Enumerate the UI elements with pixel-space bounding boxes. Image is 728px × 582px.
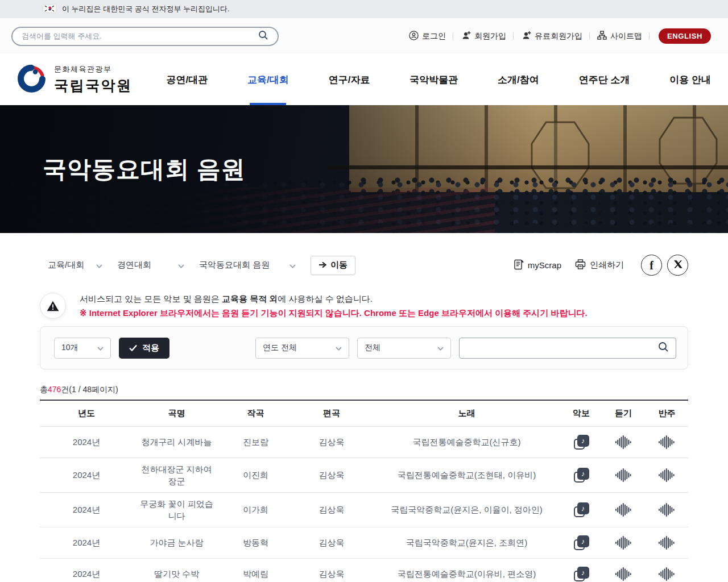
arrow-right-icon: [318, 260, 326, 270]
accompaniment-button[interactable]: [646, 458, 688, 492]
scrap-document-icon: [514, 259, 524, 272]
accompaniment-button[interactable]: [646, 426, 688, 458]
accompaniment-button[interactable]: [646, 492, 688, 527]
year-select[interactable]: 연도 전체: [255, 338, 349, 359]
col-composer: 작곡: [220, 400, 291, 426]
col-arranger: 편곡: [291, 400, 372, 426]
check-icon: [129, 343, 137, 353]
person-icon: [409, 31, 419, 42]
go-button[interactable]: 이동: [311, 256, 355, 275]
org-name: 국립국악원: [54, 76, 133, 95]
listen-button[interactable]: [601, 458, 646, 492]
accompaniment-button[interactable]: [646, 527, 688, 558]
x-twitter-button[interactable]: [667, 255, 688, 276]
chevron-down-icon: [96, 260, 102, 270]
english-button[interactable]: ENGLISH: [659, 28, 711, 44]
person-plus-icon: [521, 31, 531, 41]
logo-text: 문화체육관광부 국립국악원: [54, 64, 133, 95]
ministry-name: 문화체육관광부: [54, 64, 133, 74]
score-button[interactable]: ♪: [561, 458, 601, 492]
apply-button[interactable]: 적용: [119, 338, 169, 359]
nav-item-education[interactable]: 교육/대회: [247, 54, 289, 105]
breadcrumb-select-level3[interactable]: 국악동요대회 음원: [199, 260, 296, 271]
category-select[interactable]: 전체: [357, 338, 451, 359]
notice-text: 서비스되고 있는 모든 악보 및 음원은 교육용 목적 외에 사용하실 수 없습…: [80, 293, 588, 319]
breadcrumb-select-level2[interactable]: 경연대회: [117, 260, 184, 271]
table-row: 2024년 무궁화 꽃이 피었습니다 이가희 김상욱 국립국악중학교(윤지은, …: [40, 492, 688, 527]
site-search-input[interactable]: [22, 32, 258, 40]
col-title: 곡명: [133, 400, 220, 426]
accompaniment-button[interactable]: [646, 558, 688, 582]
waveform-icon: [659, 567, 675, 581]
score-button[interactable]: ♪: [561, 492, 601, 527]
score-button[interactable]: ♪: [561, 426, 601, 458]
score-button[interactable]: ♪: [561, 527, 601, 558]
hero-banner: 국악동요대회 음원: [0, 105, 728, 233]
notice-line1: 서비스되고 있는 모든 악보 및 음원은 교육용 목적 외에 사용하실 수 없습…: [80, 293, 588, 305]
nav-item-research[interactable]: 연구/자료: [329, 54, 370, 105]
nav-item-about[interactable]: 소개/참여: [498, 54, 539, 105]
nav-item-guide[interactable]: 이용 안내: [669, 54, 711, 105]
table-search[interactable]: [459, 338, 676, 359]
waveform-icon: [659, 435, 675, 449]
korea-flag-icon: [43, 4, 56, 15]
page-title: 국악동요대회 음원: [43, 153, 246, 185]
sheet-music-icon: ♪: [574, 502, 589, 517]
chevron-down-icon: [437, 343, 444, 352]
warning-icon: [40, 293, 66, 319]
login-link[interactable]: 로그인: [402, 31, 453, 42]
col-accompaniment: 반주: [646, 400, 688, 426]
sheet-music-icon: ♪: [574, 535, 589, 550]
nav-item-performance[interactable]: 공연/대관: [167, 54, 208, 105]
gov-banner-text: 이 누리집은 대한민국 공식 전자정부 누리집입니다.: [62, 4, 230, 14]
results-count: 총476건(1 / 48페이지): [40, 385, 688, 395]
sitemap-link[interactable]: 사이트맵: [590, 31, 650, 41]
nav-item-museum[interactable]: 국악박물관: [410, 54, 458, 105]
nav-item-orchestra[interactable]: 연주단 소개: [579, 54, 630, 105]
table-search-input[interactable]: [466, 343, 658, 352]
search-icon[interactable]: [258, 30, 268, 43]
waveform-icon: [659, 468, 675, 482]
listen-button[interactable]: [601, 527, 646, 558]
sheet-music-icon: ♪: [574, 435, 589, 450]
gov-banner: 이 누리집은 대한민국 공식 전자정부 누리집입니다.: [0, 0, 728, 18]
table-header-row: 년도 곡명 작곡 편곡 노래 악보 듣기 반주: [40, 400, 688, 426]
facebook-icon: f: [650, 260, 653, 271]
chevron-down-icon: [336, 343, 342, 352]
signup-link[interactable]: 회원가입: [453, 31, 514, 41]
listen-button[interactable]: [601, 492, 646, 527]
waveform-icon: [615, 468, 632, 482]
filter-bar: 10개 적용 연도 전체 전체: [40, 326, 688, 369]
waveform-icon: [659, 503, 675, 517]
utility-header: 로그인 회원가입 유료회원가입 사이트맵 ENGLISH: [0, 18, 728, 54]
printer-icon: [575, 259, 586, 271]
songs-table: 년도 곡명 작곡 편곡 노래 악보 듣기 반주 2024년 청개구리 시계바늘 …: [40, 400, 688, 582]
page: 이 누리집은 대한민국 공식 전자정부 누리집입니다. 로그인 회원가입 유료회…: [0, 0, 728, 582]
sitemap-icon: [597, 31, 607, 41]
print-button[interactable]: 인쇄하기: [575, 259, 624, 271]
page-size-select[interactable]: 10개: [54, 338, 111, 359]
waveform-icon: [615, 536, 632, 550]
myscrap-button[interactable]: myScrap: [514, 259, 561, 272]
waveform-icon: [615, 567, 632, 581]
site-logo[interactable]: 문화체육관광부 국립국악원: [17, 64, 133, 95]
paid-signup-link[interactable]: 유료회원가입: [514, 31, 590, 41]
score-button[interactable]: ♪: [561, 558, 601, 582]
waveform-icon: [615, 435, 632, 449]
facebook-button[interactable]: f: [641, 255, 662, 276]
waveform-icon: [615, 503, 632, 517]
listen-button[interactable]: [601, 558, 646, 582]
table-row: 2024년 천하대장군 지하여장군 이진희 김상욱 국립전통예술중학교(조현태,…: [40, 458, 688, 492]
breadcrumb-select-level1[interactable]: 교육/대회: [48, 260, 102, 271]
col-year: 년도: [40, 400, 133, 426]
table-row: 2024년 딸기맛 수박 박예림 김상욱 국립전통예술중학교(이유비, 편소영)…: [40, 558, 688, 582]
table-row: 2024년 가야금 눈사람 방동혁 김상욱 국립국악중학교(윤지은, 조희연) …: [40, 527, 688, 558]
content: 교육/대회 경연대회 국악동요대회 음원 이동 myScrap: [0, 255, 728, 582]
site-search[interactable]: [11, 27, 279, 46]
chevron-down-icon: [97, 343, 104, 352]
search-icon[interactable]: [658, 342, 669, 355]
x-twitter-icon: [673, 260, 682, 271]
listen-button[interactable]: [601, 426, 646, 458]
utility-links: 로그인 회원가입 유료회원가입 사이트맵 ENGLISH: [402, 28, 711, 44]
sheet-music-icon: ♪: [574, 567, 589, 581]
